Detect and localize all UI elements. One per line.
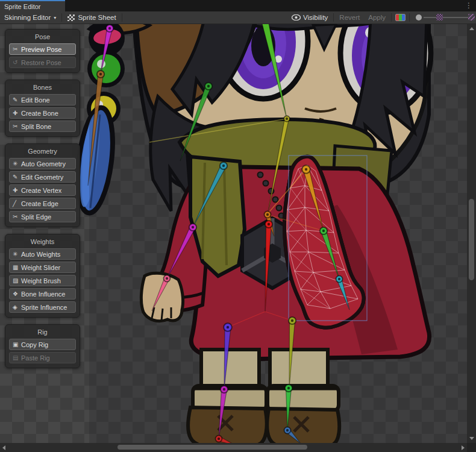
sprite-sheet-icon	[67, 14, 75, 21]
create-edge-icon: ╱	[13, 200, 21, 207]
toolbar-separator	[333, 13, 334, 22]
sprite-opacity-icon	[436, 14, 443, 20]
sprite-opacity-slider[interactable]	[415, 11, 475, 24]
tool-group-pose: Pose✂Preview Pose↺Restore Pose	[5, 29, 80, 73]
tool-button-label: Copy Rig	[21, 341, 48, 348]
panel-title: Weights	[9, 237, 76, 246]
tool-group-geometry: Geometry✳Auto Geometry✎Edit Geometry✚Cre…	[5, 143, 80, 227]
split-bone-button[interactable]: ✂Split Bone	[9, 121, 76, 132]
tool-button-label: Create Edge	[21, 200, 58, 207]
tool-button-label: Paste Rig	[21, 354, 50, 362]
tool-group-weights: Weights✳Auto Weights▦Weight Slider▨Weigh…	[5, 234, 80, 318]
apply-button[interactable]: Apply	[364, 11, 390, 24]
toolbar-separator	[61, 13, 62, 22]
preview-pose-button[interactable]: ✂Preview Pose	[9, 43, 76, 55]
paste-rig-icon: ▤	[13, 354, 21, 361]
create-edge-button[interactable]: ╱Create Edge	[9, 198, 76, 209]
copy-rig-icon: ▣	[13, 341, 21, 348]
tool-button-label: Sprite Influence	[21, 304, 67, 311]
scroll-up-icon[interactable]	[469, 27, 474, 30]
tool-group-bones: Bones✎Edit Bone✚Create Bone✂Split Bone	[5, 80, 80, 137]
auto-geometry-button[interactable]: ✳Auto Geometry	[9, 158, 76, 169]
toolbar: Skinning Editor ▾ Sprite Sheet Visibilit…	[0, 11, 476, 24]
vertical-scrollbar-thumb[interactable]	[469, 199, 474, 280]
auto-weights-button[interactable]: ✳Auto Weights	[9, 248, 76, 260]
tool-button-label: Create Vertex	[21, 187, 61, 194]
create-bone-button[interactable]: ✚Create Bone	[9, 107, 76, 119]
horizontal-scrollbar-thumb[interactable]	[117, 445, 307, 450]
skinning-editor-label: Skinning Editor	[4, 14, 51, 21]
tool-button-label: Weight Slider	[21, 264, 60, 271]
slider-track[interactable]	[424, 17, 473, 18]
tool-button-label: Restore Pose	[21, 59, 61, 66]
split-edge-button[interactable]: ✂Split Edge	[9, 211, 76, 222]
toolbar-separator	[391, 13, 392, 22]
sprite-dim-overlay	[89, 24, 467, 443]
toolbar-left: Skinning Editor ▾ Sprite Sheet	[0, 11, 124, 24]
panel-title: Pose	[9, 32, 76, 42]
weight-slider-icon: ▦	[13, 264, 21, 271]
chevron-down-icon: ▾	[54, 15, 56, 20]
slider-knob[interactable]	[416, 14, 422, 20]
restore-pose-button[interactable]: ↺Restore Pose	[9, 57, 76, 68]
restore-pose-icon: ↺	[13, 59, 21, 66]
sprite-influence-button[interactable]: ◈Sprite Influence	[9, 301, 76, 313]
revert-button[interactable]: Revert	[335, 11, 364, 24]
create-vertex-button[interactable]: ✚Create Vertex	[9, 184, 76, 196]
edit-bone-icon: ✎	[13, 96, 21, 103]
auto-weights-icon: ✳	[13, 251, 21, 257]
panel-title: Rig	[9, 327, 76, 337]
sprite-influence-icon: ◈	[13, 304, 21, 310]
panel-title: Geometry	[9, 146, 76, 156]
create-bone-icon: ✚	[13, 110, 21, 116]
vertical-scrollbar[interactable]	[467, 24, 476, 443]
toolbar-separator	[122, 13, 122, 22]
bone-color-toggle[interactable]	[395, 14, 406, 21]
sprite-sheet-label: Sprite Sheet	[78, 14, 116, 21]
create-vertex-icon: ✚	[13, 187, 21, 193]
scroll-down-icon[interactable]	[469, 437, 474, 440]
tool-group-rig: Rig▣Copy Rig▤Paste Rig	[5, 324, 80, 368]
copy-rig-button[interactable]: ▣Copy Rig	[9, 339, 76, 350]
bone-influence-icon: ❖	[13, 290, 21, 297]
bone-influence-button[interactable]: ❖Bone Influence	[9, 288, 76, 300]
skinning-editor-dropdown[interactable]: Skinning Editor ▾	[0, 11, 60, 24]
tool-panels: Pose✂Preview Pose↺Restore PoseBones✎Edit…	[5, 29, 80, 375]
apply-label: Apply	[368, 14, 386, 21]
tool-button-label: Auto Geometry	[21, 160, 66, 168]
scrollbar-corner	[467, 443, 476, 452]
overflow-menu-icon[interactable]: ⋮	[465, 1, 472, 11]
tab-title: Sprite Editor	[4, 3, 41, 10]
edit-bone-button[interactable]: ✎Edit Bone	[9, 94, 76, 105]
tool-button-label: Bone Influence	[21, 290, 65, 298]
split-edge-icon: ✂	[13, 213, 21, 220]
sprite-sheet-button[interactable]: Sprite Sheet	[63, 11, 120, 24]
tool-button-label: Split Bone	[21, 123, 51, 130]
tool-button-label: Edit Bone	[21, 96, 50, 104]
scroll-right-icon[interactable]	[462, 445, 465, 450]
panel-title: Bones	[9, 83, 76, 92]
visibility-button[interactable]: Visibility	[287, 11, 332, 24]
auto-geometry-icon: ✳	[13, 160, 21, 167]
edit-geometry-button[interactable]: ✎Edit Geometry	[9, 171, 76, 183]
visibility-label: Visibility	[303, 14, 328, 21]
tab-bar: Sprite Editor ⋮	[0, 0, 476, 11]
scroll-left-icon[interactable]	[2, 445, 5, 450]
weight-slider-button[interactable]: ▦Weight Slider	[9, 262, 76, 273]
preview-pose-icon: ✂	[13, 46, 21, 52]
split-bone-icon: ✂	[13, 123, 21, 130]
eye-icon	[292, 14, 301, 20]
edit-geometry-icon: ✎	[13, 174, 21, 180]
tool-button-label: Create Bone	[21, 110, 58, 117]
tool-button-label: Preview Pose	[21, 46, 61, 53]
horizontal-scrollbar[interactable]	[0, 443, 467, 452]
tool-button-label: Weight Brush	[21, 277, 61, 284]
paste-rig-button[interactable]: ▤Paste Rig	[9, 352, 76, 363]
tool-button-label: Split Edge	[21, 213, 51, 221]
toolbar-separator	[409, 13, 410, 22]
tool-button-label: Auto Weights	[21, 251, 60, 258]
toolbar-right: Visibility Revert Apply	[287, 11, 475, 24]
tab-sprite-editor[interactable]: Sprite Editor	[0, 0, 65, 11]
weight-brush-button[interactable]: ▨Weight Brush	[9, 275, 76, 286]
weight-brush-icon: ▨	[13, 277, 21, 284]
